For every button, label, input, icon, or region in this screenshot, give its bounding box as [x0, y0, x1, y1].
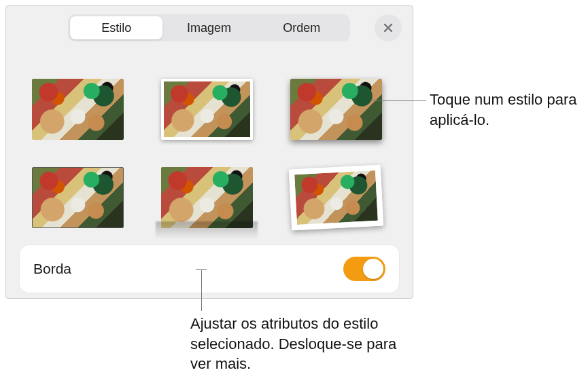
callout-leader-line	[201, 270, 202, 311]
border-label: Borda	[33, 261, 71, 277]
callout-adjust-attributes: Ajustar os atributos do estilo seleciona…	[190, 314, 408, 374]
format-panel: Estilo Imagem Ordem	[5, 5, 413, 299]
style-swatch[interactable]	[27, 157, 128, 238]
tab-image[interactable]: Imagem	[162, 16, 255, 39]
callout-leader-line	[196, 269, 207, 270]
style-grid	[27, 69, 392, 238]
style-swatch[interactable]	[156, 69, 258, 150]
close-button[interactable]	[375, 14, 402, 41]
border-toggle[interactable]	[343, 257, 385, 281]
style-options-card: Borda	[20, 245, 399, 293]
style-swatch[interactable]	[27, 69, 128, 150]
style-thumbnails-area	[6, 48, 413, 245]
tab-style[interactable]: Estilo	[70, 16, 162, 39]
panel-header: Estilo Imagem Ordem	[6, 6, 413, 48]
tab-order[interactable]: Ordem	[256, 16, 348, 39]
callout-tap-style: Toque num estilo para aplicá-lo.	[430, 90, 583, 130]
style-swatch[interactable]	[285, 69, 387, 150]
style-swatch[interactable]	[285, 157, 387, 238]
toggle-knob	[363, 259, 383, 279]
style-swatch[interactable]	[156, 157, 258, 238]
close-icon	[383, 22, 394, 33]
callout-leader-line	[370, 100, 426, 101]
tab-segmented-control: Estilo Imagem Ordem	[68, 14, 350, 41]
